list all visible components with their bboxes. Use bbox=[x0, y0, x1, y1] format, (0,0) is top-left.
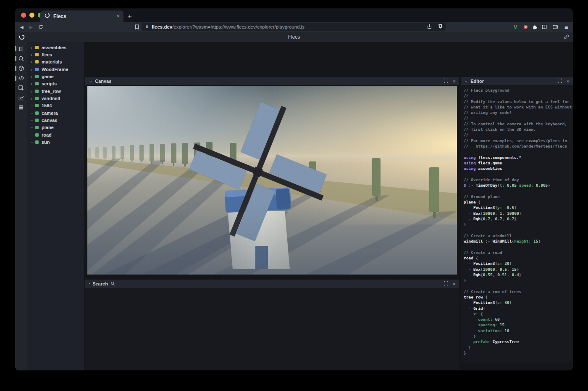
code-line: using flecs.components.* bbox=[464, 155, 573, 160]
screenshot-stage: Flecs × + ◀ ▶ flecs.dev/explorer/?wasm=h… bbox=[0, 0, 588, 391]
browser-toolbar: ◀ ▶ flecs.dev/explorer/?wasm=https://www… bbox=[15, 22, 573, 32]
sidebar-toggle-icon[interactable] bbox=[541, 24, 547, 30]
tree-item-camera[interactable]: –camera bbox=[27, 109, 84, 116]
entity-kind-swatch bbox=[35, 119, 39, 122]
code-line: variation: 10 bbox=[464, 328, 573, 333]
search-panel-title: Search bbox=[92, 281, 108, 286]
app-title: Flecs bbox=[15, 32, 573, 42]
tree-item-label: scripts bbox=[42, 81, 57, 86]
close-icon[interactable]: × bbox=[452, 281, 456, 287]
tree-item-label: 1584 bbox=[42, 103, 52, 108]
code-line: } bbox=[464, 277, 573, 283]
tree-item-assemblies[interactable]: ›assemblies bbox=[27, 44, 84, 51]
chevron-down-icon[interactable]: ⌄ bbox=[464, 78, 468, 84]
code-line: x: { bbox=[464, 311, 573, 317]
canvas-3d-scene[interactable] bbox=[87, 86, 457, 275]
code-editor-icon[interactable] bbox=[15, 74, 27, 82]
extension-v-icon[interactable]: V bbox=[514, 24, 517, 30]
tree-item-WoodFrame[interactable]: ›WoodFrame bbox=[27, 66, 84, 73]
expand-arrow-icon[interactable]: › bbox=[31, 96, 35, 101]
expand-arrow-icon[interactable]: › bbox=[31, 59, 35, 64]
scene-cube-icon[interactable] bbox=[15, 64, 27, 73]
code-line: prefab: CypressTree bbox=[464, 339, 573, 344]
search-panel-header[interactable]: • Search × bbox=[85, 280, 459, 288]
tree-item-canvas[interactable]: –canvas bbox=[27, 116, 84, 124]
share-link-icon[interactable] bbox=[563, 34, 570, 42]
expand-arrow-icon[interactable]: › bbox=[31, 45, 35, 50]
tree-item-label: WoodFrame bbox=[42, 67, 68, 72]
browser-tab-flecs[interactable]: Flecs × bbox=[40, 11, 123, 22]
close-icon[interactable]: × bbox=[566, 78, 570, 85]
wallet-icon[interactable] bbox=[552, 24, 558, 30]
code-line: } bbox=[464, 222, 573, 227]
tree-item-road[interactable]: –road bbox=[27, 131, 84, 138]
code-line: // For more examples, see examples/plecs… bbox=[464, 138, 573, 143]
flecs-app-header: Flecs bbox=[15, 32, 573, 42]
entity-kind-swatch bbox=[35, 111, 39, 115]
inspector-icon[interactable] bbox=[15, 84, 27, 92]
close-window-button[interactable] bbox=[21, 13, 26, 18]
close-icon[interactable]: × bbox=[452, 78, 456, 85]
active-panel-indicator bbox=[15, 76, 16, 81]
url-bar[interactable]: flecs.dev/explorer/?wasm=https://www.fle… bbox=[142, 23, 446, 31]
fullscreen-icon[interactable] bbox=[444, 78, 449, 84]
expand-arrow-icon[interactable]: › bbox=[31, 81, 35, 86]
expand-arrow-icon[interactable]: › bbox=[31, 89, 35, 94]
minimize-window-button[interactable] bbox=[29, 13, 34, 18]
query-rows-icon[interactable] bbox=[15, 103, 27, 112]
extension-red-badge-icon[interactable] bbox=[523, 24, 528, 30]
code-line: } bbox=[464, 345, 573, 350]
tree-item-sun[interactable]: –sun bbox=[27, 138, 84, 145]
search-icon[interactable] bbox=[15, 54, 27, 63]
code-line: spacing: 15 bbox=[464, 322, 573, 328]
browser-window: Flecs × + ◀ ▶ flecs.dev/explorer/?wasm=h… bbox=[15, 8, 573, 370]
reload-icon[interactable] bbox=[38, 24, 44, 30]
tree-item-flecs[interactable]: ›flecs bbox=[27, 51, 84, 58]
stats-chart-icon[interactable] bbox=[15, 94, 27, 102]
code-line: // first click on the 3D view. bbox=[464, 127, 573, 132]
canvas-panel-header[interactable]: ⌄ Canvas × bbox=[85, 77, 459, 85]
bullet-icon[interactable]: • bbox=[89, 282, 90, 286]
code-line: } bbox=[464, 350, 573, 356]
code-line: // Modify the values below to get a feel… bbox=[464, 99, 573, 104]
active-panel-indicator bbox=[15, 66, 16, 71]
tree-item-windmill[interactable]: ›windmill bbox=[27, 95, 84, 102]
forward-icon[interactable]: ▶ bbox=[29, 25, 33, 29]
code-line: // bbox=[464, 93, 573, 98]
code-line: - Position3{z: 20} bbox=[464, 261, 573, 266]
fullscreen-icon[interactable] bbox=[444, 281, 449, 287]
share-icon[interactable] bbox=[427, 24, 432, 30]
browser-menu-icon[interactable]: ≡ bbox=[564, 24, 568, 31]
tree-item-plane[interactable]: –plane bbox=[27, 124, 84, 131]
new-tab-button[interactable]: + bbox=[128, 11, 132, 22]
tree-item-label: camera bbox=[42, 111, 58, 116]
entity-tree-icon[interactable] bbox=[15, 45, 27, 53]
url-path: /explorer/?wasm=https://www.flecs.dev/ex… bbox=[172, 24, 304, 29]
brave-shield-icon[interactable] bbox=[438, 24, 443, 30]
editor-panel-header[interactable]: ⌄ Editor × bbox=[461, 77, 573, 85]
code-line: // bbox=[464, 115, 573, 121]
chevron-down-icon[interactable]: ⌄ bbox=[89, 78, 92, 84]
tree-item-game[interactable]: ›game bbox=[27, 73, 84, 80]
expand-arrow-icon[interactable]: › bbox=[31, 74, 35, 79]
fullscreen-icon[interactable] bbox=[557, 78, 562, 84]
expand-arrow-icon[interactable]: › bbox=[31, 67, 35, 72]
tree-item-materials[interactable]: ›materials bbox=[27, 58, 84, 66]
bookmark-icon[interactable] bbox=[134, 24, 140, 30]
tab-title: Flecs bbox=[53, 13, 113, 19]
code-line bbox=[464, 227, 573, 232]
leaf-dash-icon: – bbox=[31, 125, 35, 129]
code-line: tree_row { bbox=[464, 294, 573, 300]
expand-arrow-icon[interactable]: › bbox=[31, 52, 35, 57]
back-icon[interactable]: ◀ bbox=[20, 25, 24, 29]
editor-code[interactable]: // Flecs playground//// Modify the value… bbox=[461, 86, 573, 362]
tree-item-scripts[interactable]: ›scripts bbox=[27, 80, 84, 87]
active-panel-indicator bbox=[15, 56, 16, 61]
tree-item-1584[interactable]: –1584 bbox=[27, 102, 84, 109]
code-line: // Create a row of trees bbox=[464, 289, 573, 294]
code-line: - Rgb{0.7, 0.7, 0.7} bbox=[464, 216, 573, 222]
tree-item-tree_row[interactable]: ›tree_row bbox=[27, 87, 84, 95]
extensions-puzzle-icon[interactable] bbox=[532, 24, 538, 30]
code-line: - Position3{y: -0.5} bbox=[464, 205, 573, 210]
tab-close-icon[interactable]: × bbox=[116, 13, 120, 19]
